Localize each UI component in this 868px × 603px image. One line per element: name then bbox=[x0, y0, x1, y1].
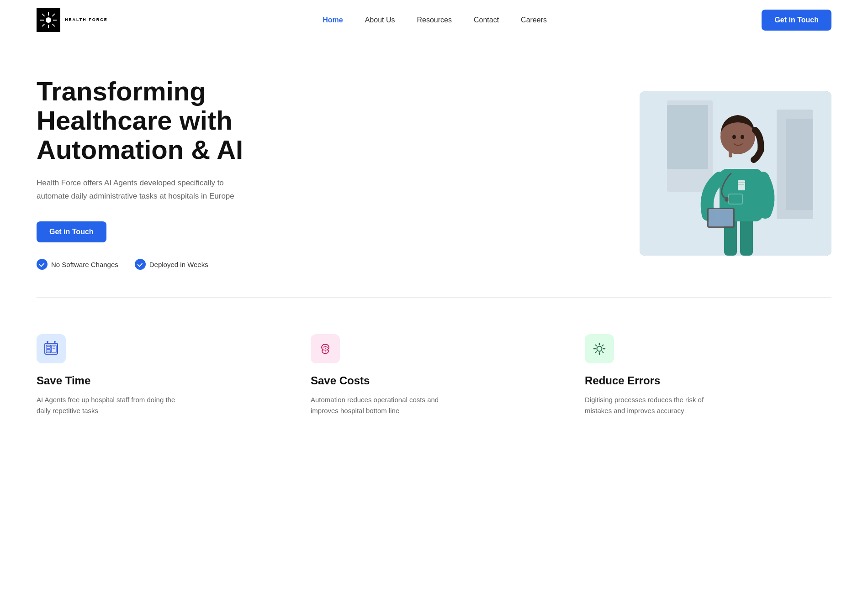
hero-image-placeholder bbox=[640, 91, 831, 256]
svg-point-26 bbox=[741, 135, 744, 139]
feature-save-costs: Save Costs Automation reduces operationa… bbox=[311, 334, 557, 416]
feature-icon-save-costs bbox=[311, 334, 340, 363]
main-nav: Home About Us Resources Contact Careers bbox=[323, 16, 547, 24]
feature-save-time: Save Time AI Agents free up hospital sta… bbox=[37, 334, 283, 416]
nav-careers[interactable]: Careers bbox=[521, 16, 547, 24]
feature-reduce-errors-title: Reduce Errors bbox=[585, 374, 831, 387]
feature-save-costs-description: Automation reduces operational costs and… bbox=[311, 394, 457, 416]
svg-point-25 bbox=[732, 135, 736, 139]
logo-text: HEALTH FORCE bbox=[65, 17, 108, 22]
check-icon-deployed bbox=[135, 259, 146, 270]
hero-cta-wrapper: Get in Touch bbox=[37, 221, 292, 242]
feature-reduce-errors-description: Digitising processes reduces the risk of… bbox=[585, 394, 731, 416]
nav-home[interactable]: Home bbox=[323, 16, 343, 24]
nav-contact[interactable]: Contact bbox=[474, 16, 499, 24]
svg-line-6 bbox=[52, 24, 55, 26]
feature-save-time-description: AI Agents free up hospital staff from do… bbox=[37, 394, 183, 416]
svg-point-0 bbox=[46, 17, 51, 23]
hero-description: Health Force offers AI Agents developed … bbox=[37, 177, 238, 203]
svg-rect-18 bbox=[740, 217, 753, 256]
svg-rect-14 bbox=[667, 105, 708, 169]
features-section: Save Time AI Agents free up hospital sta… bbox=[0, 298, 868, 462]
svg-rect-21 bbox=[709, 209, 733, 226]
svg-rect-16 bbox=[786, 119, 813, 210]
nav-resources[interactable]: Resources bbox=[417, 16, 451, 24]
hero-badges: No Software Changes Deployed in Weeks bbox=[37, 259, 292, 270]
hero-content: Transforming Healthcare with Automation … bbox=[37, 77, 292, 270]
badge-no-software: No Software Changes bbox=[37, 259, 118, 270]
check-icon-software bbox=[37, 259, 48, 270]
feature-save-costs-title: Save Costs bbox=[311, 374, 557, 387]
logo: HEALTH FORCE bbox=[37, 8, 108, 32]
hero-cta-button[interactable]: Get in Touch bbox=[37, 221, 106, 242]
logo-icon bbox=[37, 8, 60, 32]
svg-line-8 bbox=[42, 24, 45, 26]
feature-icon-reduce-errors bbox=[585, 334, 614, 363]
nav-about[interactable]: About Us bbox=[365, 16, 395, 24]
badge-deployed: Deployed in Weeks bbox=[135, 259, 208, 270]
badge-deployed-label: Deployed in Weeks bbox=[149, 261, 208, 268]
feature-save-time-title: Save Time bbox=[37, 374, 283, 387]
hero-image bbox=[640, 91, 831, 256]
badge-no-software-label: No Software Changes bbox=[51, 261, 118, 268]
svg-line-7 bbox=[52, 14, 55, 16]
hero-title: Transforming Healthcare with Automation … bbox=[37, 77, 292, 164]
feature-reduce-errors: Reduce Errors Digitising processes reduc… bbox=[585, 334, 831, 416]
hero-section: Transforming Healthcare with Automation … bbox=[0, 40, 868, 297]
site-header: HEALTH FORCE Home About Us Resources Con… bbox=[0, 0, 868, 40]
header-cta-button[interactable]: Get in Touch bbox=[762, 10, 831, 31]
svg-line-5 bbox=[42, 14, 45, 16]
feature-icon-save-time bbox=[37, 334, 66, 363]
svg-rect-27 bbox=[738, 180, 745, 190]
